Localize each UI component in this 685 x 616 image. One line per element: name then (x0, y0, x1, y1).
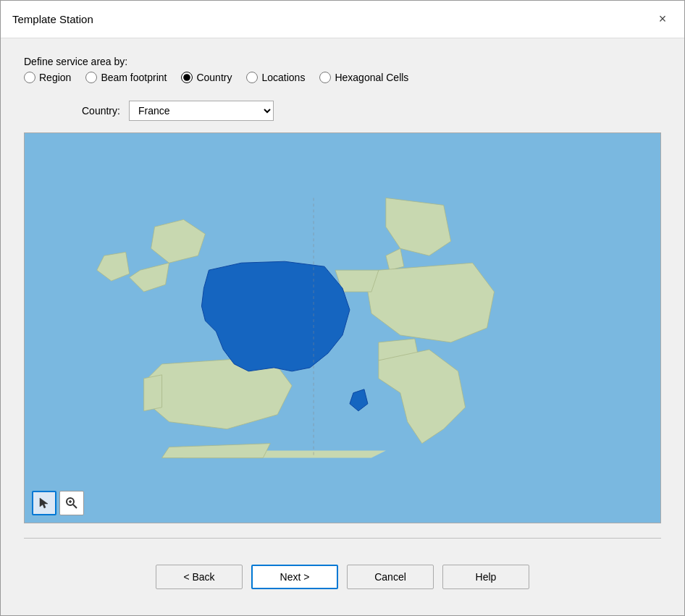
help-button[interactable]: Help (442, 565, 529, 589)
select-tool-button[interactable] (32, 491, 56, 515)
divider (24, 538, 661, 539)
define-label: Define service area by: (24, 56, 661, 67)
radio-region[interactable]: Region (24, 72, 71, 83)
locations-label: Locations (261, 72, 305, 83)
hexagonal-cells-label: Hexagonal Cells (335, 72, 408, 83)
beam-footprint-label: Beam footprint (101, 72, 167, 83)
cancel-button[interactable]: Cancel (347, 565, 434, 589)
radio-country[interactable]: Country (181, 72, 232, 83)
radio-hexagonal-cells[interactable]: Hexagonal Cells (319, 72, 408, 83)
title-bar: Template Station × (1, 1, 684, 38)
define-service-area-section: Define service area by: Region Beam foot… (24, 56, 661, 83)
back-button[interactable]: < Back (156, 565, 243, 589)
button-row: < Back Next > Cancel Help (24, 553, 661, 604)
country-row: Country: France Germany Spain Italy Unit… (82, 101, 661, 121)
radio-group: Region Beam footprint Country Locations … (24, 72, 661, 83)
dialog-content: Define service area by: Region Beam foot… (1, 38, 684, 615)
close-button[interactable]: × (652, 9, 673, 30)
region-label: Region (39, 72, 71, 83)
map-container (24, 132, 661, 523)
svg-line-4 (73, 505, 77, 508)
zoom-tool-button[interactable] (59, 491, 84, 515)
radio-beam-footprint[interactable]: Beam footprint (85, 72, 167, 83)
map-tools (32, 491, 84, 515)
template-station-dialog: Template Station × Define service area b… (0, 0, 685, 616)
country-field-label: Country: (82, 105, 120, 117)
dialog-title: Template Station (12, 13, 93, 25)
radio-locations[interactable]: Locations (246, 72, 305, 83)
next-button[interactable]: Next > (251, 565, 338, 589)
map-svg (25, 133, 660, 523)
zoom-icon (65, 497, 78, 510)
cursor-icon (38, 497, 51, 510)
svg-marker-2 (40, 498, 48, 508)
country-select[interactable]: France Germany Spain Italy United Kingdo… (129, 101, 274, 121)
country-radio-label: Country (196, 72, 232, 83)
